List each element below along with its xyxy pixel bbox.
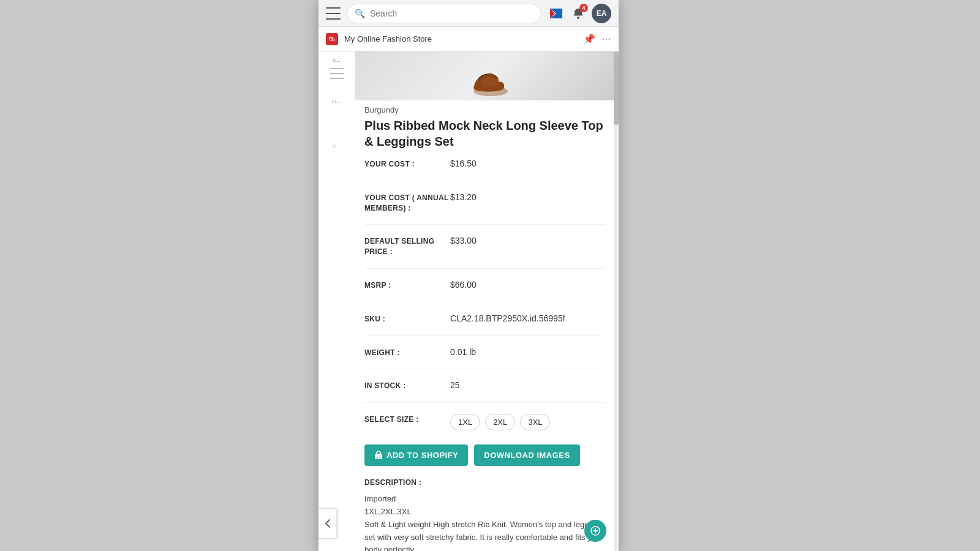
svg-point-5	[481, 77, 500, 87]
size-2xl-button[interactable]: 2XL	[485, 414, 515, 430]
notification-icon[interactable]: 4	[570, 5, 587, 22]
browser-content: Y... ...0 Y...M... ...0 D... ...0 C...	[318, 51, 619, 551]
select-size-label: SELECT SIZE :	[364, 414, 450, 425]
in-stock-value: 25	[450, 380, 605, 390]
in-stock-label: IN STOCK :	[364, 380, 450, 391]
scrollbar[interactable]	[614, 51, 619, 551]
in-stock-row: IN STOCK : 25	[364, 380, 605, 403]
action-buttons: ADD TO SHOPIFY DOWNLOAD IMAGES	[355, 444, 614, 478]
chevron-left-icon	[325, 519, 331, 528]
left-sidebar: C... PL... C...	[318, 51, 355, 551]
svg-rect-6	[375, 454, 382, 459]
site-name: My Online Fashion Store	[344, 34, 577, 43]
product-color: Burgundy	[355, 100, 614, 118]
size-1xl-button[interactable]: 1XL	[450, 414, 480, 430]
nav-left-arrow[interactable]	[318, 508, 337, 539]
user-avatar[interactable]: EA	[592, 4, 611, 23]
sku-label: SKU :	[364, 313, 450, 324]
download-images-label: DOWNLOAD IMAGES	[484, 451, 570, 460]
description-label: DESCRIPTION :	[364, 478, 605, 487]
your-cost-row: YOUR COST : $16.50	[364, 159, 605, 181]
default-selling-price-label: DEFAULT SELLING PRICE :	[364, 236, 450, 257]
default-selling-price-value: $33.00	[450, 236, 605, 246]
your-cost-annual-value: $13.20	[450, 192, 605, 202]
description-text: Imported 1XL,2XL,3XL Soft & Light weight…	[364, 493, 605, 551]
scrollbar-thumb[interactable]	[614, 51, 619, 125]
site-favicon: 🛍	[326, 33, 338, 45]
fab-icon	[590, 525, 601, 536]
search-bar[interactable]: 🔍	[347, 4, 541, 23]
default-selling-price-row: DEFAULT SELLING PRICE : $33.00	[364, 236, 605, 269]
add-to-shopify-label: ADD TO SHOPIFY	[386, 451, 458, 460]
search-icon: 🔍	[355, 9, 365, 18]
description-section: DESCRIPTION : Imported 1XL,2XL,3XL Soft …	[355, 478, 614, 551]
browser-address-bar: 🛍 My Online Fashion Store 📌 ⋯	[318, 27, 619, 51]
size-3xl-button[interactable]: 3XL	[520, 414, 550, 430]
desc-line-1: Imported	[364, 493, 605, 506]
shopify-cart-icon	[374, 451, 383, 460]
weight-value: 0.01 lb	[450, 347, 605, 357]
msrp-row: MSRP : $66.00	[364, 280, 605, 302]
product-image-area	[355, 51, 614, 100]
nav-icons: 4 EA	[548, 4, 611, 23]
weight-row: WEIGHT : 0.01 lb	[364, 347, 605, 370]
msrp-label: MSRP :	[364, 280, 450, 291]
svg-point-7	[377, 457, 378, 459]
svg-point-3	[577, 17, 579, 19]
browser-window: 🔍 4 EA 🛍 My Online Fas	[318, 0, 619, 551]
size-options: 1XL 2XL 3XL	[450, 414, 550, 430]
your-cost-annual-label: YOUR COST ( ANNUAL MEMBERS) :	[364, 192, 450, 214]
svg-point-8	[380, 457, 381, 459]
select-size-row: SELECT SIZE : 1XL 2XL 3XL	[364, 414, 605, 433]
sku-value: CLA2.18.BTP2950X.id.56995f	[450, 313, 605, 323]
browser-nav-bar: 🔍 4 EA	[318, 0, 619, 27]
product-thumbnail-svg	[460, 58, 509, 100]
your-cost-value: $16.50	[450, 159, 605, 168]
your-cost-annual-row: YOUR COST ( ANNUAL MEMBERS) : $13.20	[364, 192, 605, 225]
fab-button[interactable]	[584, 520, 606, 542]
more-options-icon[interactable]: ⋯	[601, 33, 611, 45]
add-to-shopify-button[interactable]: ADD TO SHOPIFY	[364, 444, 468, 466]
pin-icon[interactable]: 📌	[583, 33, 595, 45]
product-details: YOUR COST : $16.50 YOUR COST ( ANNUAL ME…	[355, 159, 614, 433]
sku-row: SKU : CLA2.18.BTP2950X.id.56995f	[364, 313, 605, 336]
your-cost-label: YOUR COST :	[364, 159, 450, 170]
download-images-button[interactable]: DOWNLOAD IMAGES	[474, 444, 579, 466]
notification-badge: 4	[579, 4, 588, 12]
hamburger-menu-icon[interactable]	[326, 7, 341, 20]
flag-icon[interactable]	[548, 5, 565, 22]
desc-line-3: Soft & Light weight High stretch Rib Kni…	[364, 519, 605, 551]
product-title: Plus Ribbed Mock Neck Long Sleeve Top & …	[355, 118, 614, 159]
sidebar-indicator	[330, 68, 344, 79]
weight-label: WEIGHT :	[364, 347, 450, 358]
product-detail-panel: Burgundy Plus Ribbed Mock Neck Long Slee…	[355, 51, 614, 551]
product-image	[355, 51, 614, 100]
desc-line-2: 1XL,2XL,3XL	[364, 506, 605, 519]
search-input[interactable]	[370, 9, 533, 18]
msrp-value: $66.00	[450, 280, 605, 290]
